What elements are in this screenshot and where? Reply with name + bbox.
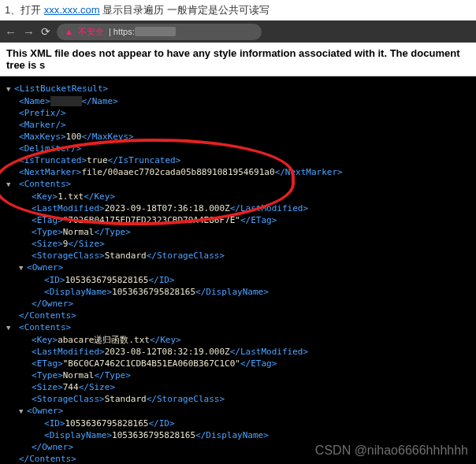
insecure-icon: ▲ (65, 27, 73, 36)
browser-toolbar: ← → ⟳ ▲ 不安全 | https:/xxxxxxxxx (0, 20, 476, 43)
xml-line: <Size>744</Size> (6, 381, 473, 393)
xml-line: <ETag>"B6C0CA7462C1CDB4B51EA060B367C1C0"… (6, 358, 473, 369)
xml-line: <Size>9</Size> (6, 238, 473, 250)
xml-line: <Delimiter/> (6, 143, 473, 154)
forward-button[interactable]: → (23, 25, 35, 39)
xml-line: <LastModified>2023-08-12T08:32:19.000Z</… (6, 346, 473, 358)
xml-line: <LastModified>2023-09-18T07:36:18.000Z</… (6, 202, 473, 214)
xml-line: ▼<Owner> (6, 405, 473, 418)
xml-line: </Contents> (6, 453, 473, 464)
xml-line: ▼<ListBucketResult> (6, 83, 473, 95)
xml-line: ▼<Contents> (6, 321, 473, 334)
xml-line: <Prefix/> (6, 107, 473, 119)
xml-line: ▼<Contents> (6, 178, 473, 191)
xml-line: </Owner> (6, 298, 473, 310)
url-scheme: | https:/xxxxxxxxx (109, 27, 176, 36)
xml-line: ▼<Owner> (6, 262, 473, 274)
instruction-suffix: 显示目录遍历 一般肯定是公共可读写 (100, 4, 270, 16)
xml-line: </Owner> (6, 441, 473, 453)
xml-line: <Key>abacare递归函数.txt</Key> (6, 334, 473, 346)
xml-info-banner: This XML file does not appear to have an… (0, 43, 476, 76)
instruction-line: 1、打开 xxx.xxx.com 显示目录遍历 一般肯定是公共可读写 (0, 0, 476, 20)
xml-line: <Type>Normal</Type> (6, 226, 473, 238)
insecure-label: 不安全 (78, 26, 104, 38)
xml-line: <NextMarker>file/00aaec7702cada05b889108… (6, 166, 473, 178)
back-button[interactable]: ← (5, 25, 17, 39)
xml-line: </Contents> (6, 310, 473, 321)
example-url-link[interactable]: xxx.xxx.com (44, 4, 100, 16)
xml-line: <ID>1053636795828165</ID> (6, 274, 473, 286)
instruction-prefix: 1、打开 (5, 4, 44, 16)
xml-line: <IsTruncated>true</IsTruncated> (6, 154, 473, 166)
xml-line: <Name>xxxxxx</Name> (6, 95, 473, 107)
xml-line: <Key>1.txt</Key> (6, 191, 473, 202)
xml-line: <StorageClass>Standard</StorageClass> (6, 250, 473, 262)
xml-line: <MaxKeys>100</MaxKeys> (6, 131, 473, 143)
address-bar[interactable]: ▲ 不安全 | https:/xxxxxxxxx (57, 24, 262, 40)
xml-line: <StorageClass>Standard</StorageClass> (6, 393, 473, 405)
xml-source-view: ▼<ListBucketResult> <Name>xxxxxx</Name> … (0, 76, 476, 464)
reload-button[interactable]: ⟳ (41, 25, 50, 38)
xml-line: <Type>Normal</Type> (6, 369, 473, 381)
xml-line: <DisplayName>1053636795828165</DisplayNa… (6, 429, 473, 441)
xml-line: <ID>1053636795828165</ID> (6, 418, 473, 429)
xml-line: <Marker/> (6, 119, 473, 131)
xml-line: <DisplayName>1053636795828165</DisplayNa… (6, 286, 473, 298)
xml-line: <ETag>"7026B04175ED7ED2323CBD79A4E86F7E"… (6, 214, 473, 226)
